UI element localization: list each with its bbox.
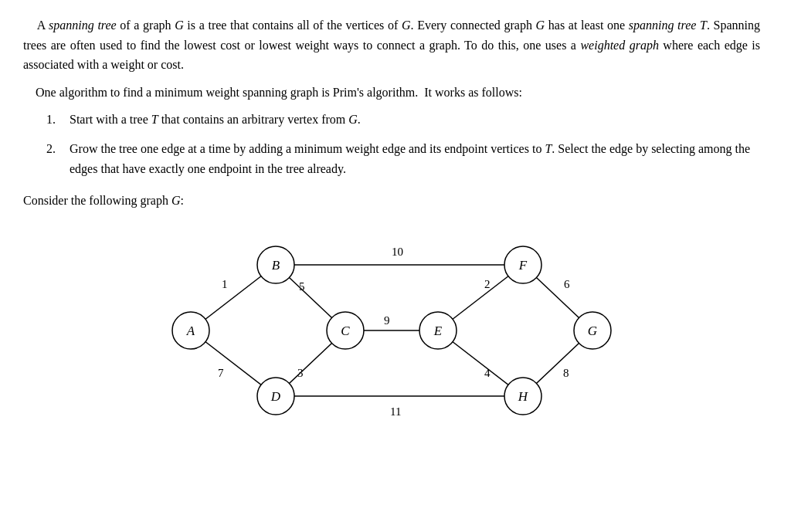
node-e-label: E [433, 324, 443, 338]
edge-gh-label: 8 [563, 367, 569, 379]
node-d-label: D [270, 389, 281, 404]
edge-cd-label: 3 [297, 367, 304, 379]
edge-ad-label: 7 [218, 367, 224, 379]
node-a-label: A [186, 324, 195, 338]
edge-fg-label: 6 [564, 278, 570, 290]
list-num-1: 1. [46, 110, 70, 130]
consider-text: Consider the following graph G: [23, 191, 760, 211]
edge-ef-label: 2 [484, 278, 491, 290]
paragraph-2: One algorithm to find a minimum weight s… [23, 83, 760, 103]
edge-dh-label: 11 [390, 405, 401, 418]
graph-container: 1 7 5 10 3 9 2 4 6 [23, 219, 760, 427]
node-f-label: F [518, 258, 528, 273]
graph-svg: 1 7 5 10 3 9 2 4 6 [129, 219, 654, 427]
node-b-label: B [272, 258, 280, 273]
list-text-1: Start with a tree T that contains an arb… [70, 110, 361, 130]
list-text-2: Grow the tree one edge at a time by addi… [70, 139, 760, 178]
node-c-label: C [341, 324, 350, 338]
edge-eh-label: 4 [484, 367, 491, 379]
edge-ce-label: 9 [384, 314, 390, 327]
edge-ab-label: 1 [222, 278, 228, 290]
main-content: A spanning tree of a graph G is a tree t… [23, 15, 760, 427]
algorithm-list: 1. Start with a tree T that contains an … [46, 110, 760, 178]
list-num-2: 2. [46, 139, 70, 178]
node-g-label: G [588, 324, 597, 338]
node-h-label: H [518, 389, 529, 404]
edge-bc-label: 5 [299, 280, 305, 293]
edge-bf-label: 10 [392, 246, 403, 258]
paragraph-1: A spanning tree of a graph G is a tree t… [23, 15, 760, 75]
list-item-1: 1. Start with a tree T that contains an … [46, 110, 760, 130]
list-item-2: 2. Grow the tree one edge at a time by a… [46, 139, 760, 178]
